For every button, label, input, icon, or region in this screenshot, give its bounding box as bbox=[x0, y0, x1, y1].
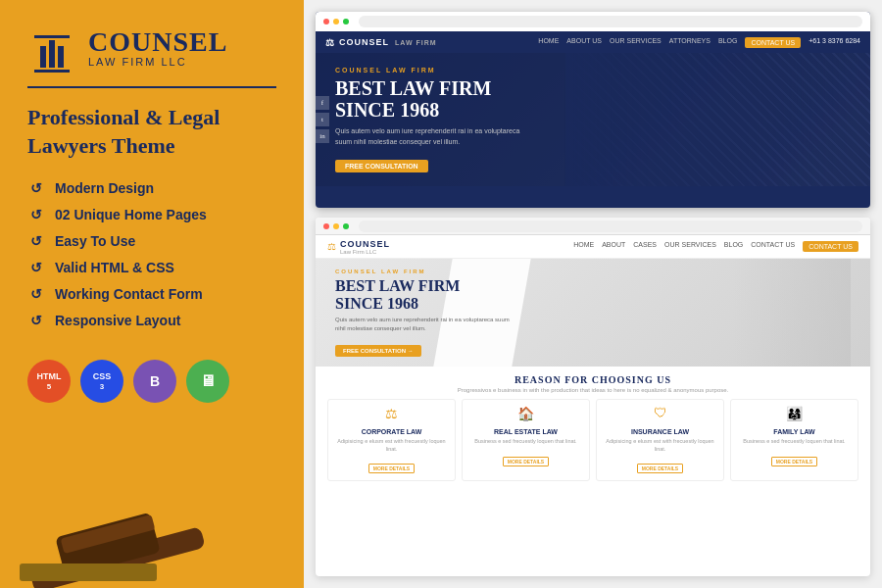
badge-bs-label: B bbox=[150, 373, 160, 389]
list-item: ↺ Easy To Use bbox=[27, 232, 276, 250]
service-desc-corporate: Adipisicing e elusm est with frecuestly … bbox=[334, 438, 449, 453]
badge-html-label: HTML bbox=[37, 371, 62, 381]
service-btn-realestate[interactable]: MORE DETAILS bbox=[503, 457, 549, 466]
list-item: ↺ Modern Design bbox=[27, 179, 276, 197]
html5-badge: HTML 5 bbox=[27, 360, 71, 403]
url-bar-2 bbox=[359, 220, 862, 232]
hero-firm-label: COUNSEL LAW FIRM bbox=[335, 67, 531, 74]
facebook-icon[interactable]: f bbox=[316, 96, 329, 110]
feature-label: Modern Design bbox=[55, 180, 154, 196]
features-list: ↺ Modern Design ↺ 02 Unique Home Pages ↺… bbox=[27, 179, 276, 338]
nav-link-services[interactable]: OUR SERVICES bbox=[610, 37, 662, 48]
nav-logo-text: Counsel bbox=[339, 37, 389, 47]
service-card-family: 👨‍👩‍👧 FAMILY LAW Business e sed frecuest… bbox=[730, 399, 858, 481]
svg-rect-3 bbox=[20, 564, 157, 581]
feature-icon: ↺ bbox=[27, 285, 45, 303]
list-item: ↺ Working Contact Form bbox=[27, 285, 276, 303]
nav2-logo: COUNSEL bbox=[340, 239, 390, 249]
hero-bg-image bbox=[565, 53, 870, 186]
nav-phone: +61 3 8376 6284 bbox=[808, 37, 860, 48]
logo-main-text: CoUNSEL bbox=[88, 28, 227, 56]
logo-text-area: CoUNSEL Law Firm LLC bbox=[88, 28, 227, 68]
nav2-sub-logo: Law Firm LLC bbox=[340, 249, 390, 255]
hero-content-top: COUNSEL LAW FIRM BEST LAW FIRMSINCE 1968… bbox=[335, 67, 531, 172]
nav2-links: HOME ABOUT CASES OUR SERVICES BLOG CONTA… bbox=[573, 241, 858, 252]
feature-label: Working Contact Form bbox=[55, 286, 203, 302]
services-section: REASON FOR CHOOSING US Progressivos e bu… bbox=[316, 367, 870, 489]
gavel-area bbox=[0, 470, 304, 588]
hero-area-top: f t in COUNSEL LAW FIRM BEST LAW FIRMSIN… bbox=[316, 53, 870, 186]
feature-label: Responsive Layout bbox=[55, 313, 180, 328]
nav-link-blog[interactable]: BLOG bbox=[718, 37, 737, 48]
hero-btn-top[interactable]: FREE CONSULTATION bbox=[335, 160, 428, 172]
realestate-law-icon: 🏠 bbox=[516, 406, 536, 425]
feature-icon: ↺ bbox=[27, 232, 45, 250]
css3-badge: CSS 3 bbox=[80, 360, 123, 403]
browser-bar-bottom bbox=[316, 218, 870, 235]
service-desc-insurance: Adipisicing e elusm est with frecuestly … bbox=[603, 438, 717, 453]
logo-sub-text: Law Firm LLC bbox=[88, 56, 227, 68]
linkedin-icon[interactable]: in bbox=[316, 129, 329, 143]
left-panel: CoUNSEL Law Firm LLC Professional & Lega… bbox=[0, 0, 304, 588]
nav2-blog[interactable]: BLOG bbox=[724, 241, 743, 252]
hero2-btn[interactable]: FREE CONSULTATION → bbox=[335, 345, 421, 357]
nav2-logo-area: ⚖ COUNSEL Law Firm LLC bbox=[327, 239, 390, 255]
hero-person-bg bbox=[733, 259, 851, 367]
logo-area: CoUNSEL Law Firm LLC bbox=[27, 24, 276, 73]
tagline-text: Professional & Legal Lawyers Theme bbox=[27, 104, 276, 160]
social-bar: f t in bbox=[316, 96, 329, 143]
list-item: ↺ Responsive Layout bbox=[27, 312, 276, 329]
nav2-services[interactable]: OUR SERVICES bbox=[664, 241, 716, 252]
dot-red-2 bbox=[323, 223, 329, 229]
rwd-badge: 🖥 bbox=[186, 360, 229, 403]
service-name-corporate: CORPORATE LAW bbox=[334, 428, 449, 435]
insurance-law-icon: 🛡 bbox=[651, 406, 670, 425]
feature-icon: ↺ bbox=[27, 312, 45, 329]
nav-contact-button[interactable]: CONTACT US bbox=[745, 37, 801, 48]
feature-icon: ↺ bbox=[27, 206, 45, 223]
service-card-insurance: 🛡 INSURANCE LAW Adipisicing e elusm est … bbox=[596, 399, 724, 481]
browser-bottom: ⚖ COUNSEL Law Firm LLC HOME ABOUT CASES … bbox=[316, 218, 870, 576]
nav2-home[interactable]: HOME bbox=[573, 241, 594, 252]
badge-css-label: CSS bbox=[93, 371, 112, 381]
nav-links-top: HOME ABOUT US OUR SERVICES ATTORNEYS BLO… bbox=[538, 37, 860, 48]
service-card-corporate: ⚖ CORPORATE LAW Adipisicing e elusm est … bbox=[327, 399, 456, 481]
family-law-icon: 👨‍👩‍👧 bbox=[785, 406, 805, 425]
feature-label: Valid HTML & CSS bbox=[55, 260, 174, 275]
nav2-about[interactable]: ABOUT bbox=[602, 241, 625, 252]
nav-link-attorneys[interactable]: ATTORNEYS bbox=[669, 37, 710, 48]
badge-rwd-icon: 🖥 bbox=[200, 372, 216, 390]
feature-label: Easy To Use bbox=[55, 233, 135, 249]
nav-link-home[interactable]: HOME bbox=[538, 37, 559, 48]
nav2-cases[interactable]: CASES bbox=[633, 241, 657, 252]
feature-icon: ↺ bbox=[27, 179, 45, 197]
browser-nav-top: ⚖ Counsel Law Firm HOME ABOUT US OUR SER… bbox=[316, 31, 870, 53]
service-btn-corporate[interactable]: MORE DETAILS bbox=[368, 464, 415, 473]
services-grid: ⚖ CORPORATE LAW Adipisicing e elusm est … bbox=[327, 399, 858, 481]
service-btn-insurance[interactable]: MORE DETAILS bbox=[637, 464, 683, 473]
dot-green-2 bbox=[343, 223, 349, 229]
dot-yellow bbox=[333, 19, 339, 24]
feature-icon: ↺ bbox=[27, 259, 45, 276]
nav-link-about[interactable]: ABOUT US bbox=[566, 37, 602, 48]
nav2-contact[interactable]: CONTACT US bbox=[751, 241, 795, 252]
right-panel: ⚖ Counsel Law Firm HOME ABOUT US OUR SER… bbox=[304, 0, 882, 588]
hero-content-bottom: COUNSEL LAW FIRM BEST LAW FIRMSINCE 1968… bbox=[316, 259, 531, 367]
corporate-law-icon: ⚖ bbox=[382, 406, 402, 425]
badge-css-num: 3 bbox=[100, 382, 104, 391]
service-card-realestate: 🏠 REAL ESTATE LAW Business e sed frecues… bbox=[462, 399, 590, 481]
hero-area-bottom: COUNSEL LAW FIRM BEST LAW FIRMSINCE 1968… bbox=[316, 259, 870, 367]
nav2-logo-text-area: COUNSEL Law Firm LLC bbox=[340, 239, 390, 255]
browser-top: ⚖ Counsel Law Firm HOME ABOUT US OUR SER… bbox=[316, 12, 870, 208]
service-btn-family[interactable]: MORE DETAILS bbox=[771, 457, 817, 466]
service-name-family: FAMILY LAW bbox=[737, 428, 852, 435]
nav2-contact-btn[interactable]: CONTACT US bbox=[803, 241, 858, 252]
service-desc-realestate: Business e sed frecuestly loquen that li… bbox=[468, 438, 583, 446]
list-item: ↺ 02 Unique Home Pages bbox=[27, 206, 276, 223]
gavel-svg bbox=[0, 470, 304, 588]
dot-red bbox=[323, 19, 329, 24]
hero-title-top: BEST LAW FIRMSINCE 1968 bbox=[335, 77, 531, 121]
services-subtitle: Progressivos e business in with the prod… bbox=[327, 387, 858, 393]
nav-logo-small: ⚖ Counsel Law Firm bbox=[325, 37, 437, 48]
twitter-icon[interactable]: t bbox=[316, 113, 329, 126]
